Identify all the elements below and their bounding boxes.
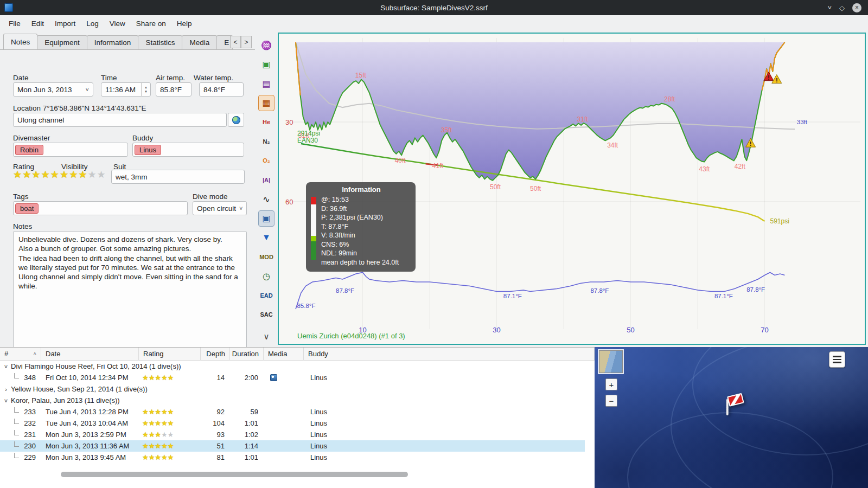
tag-chip[interactable]: boat	[15, 203, 39, 214]
svg-text:30: 30	[285, 118, 293, 126]
zoom-in-button[interactable]: +	[605, 378, 617, 390]
divemaster-input[interactable]: Robin	[13, 143, 128, 157]
heartrate-icon[interactable]: ∿	[258, 191, 275, 207]
visibility-stars[interactable]: ★★★★★	[60, 169, 106, 181]
dive-row[interactable]: 230Mon Jun 3, 2013 11:36 AM★★★★★511:14Li…	[0, 440, 585, 452]
photos-profile-icon[interactable]: ▣	[258, 56, 275, 73]
notes-label: Notes	[13, 222, 32, 230]
tab-information[interactable]: Information	[87, 35, 139, 49]
collapse-chevron-icon[interactable]: ˅	[2, 397, 10, 404]
svg-text:50: 50	[627, 326, 634, 334]
column-header-rating[interactable]: Rating	[139, 348, 201, 361]
dive-row[interactable]: 348Fri Oct 10, 2014 12:34 PM★★★★★142:00L…	[0, 372, 585, 383]
mod-toggle[interactable]: MOD	[258, 249, 275, 265]
divemode-select[interactable]: Open circuit˅	[193, 201, 247, 215]
column-header-num[interactable]: #˄	[0, 348, 41, 361]
menu-edit[interactable]: Edit	[26, 17, 49, 30]
date-combobox[interactable]: Mon Jun 3, 2013˅	[13, 82, 93, 97]
trip-row[interactable]: ˅Divi Flamingo House Reef, Fri Oct 10, 2…	[0, 361, 585, 372]
minimize-button[interactable]: ˅	[827, 4, 832, 12]
watertemp-field[interactable]: 84.8°F	[199, 82, 244, 97]
tab-scroll-right-button[interactable]: >	[241, 36, 252, 48]
menu-import[interactable]: Import	[49, 17, 81, 30]
svg-text:60: 60	[285, 198, 293, 206]
tags-label: Tags	[13, 192, 29, 201]
o2-graph-toggle[interactable]: O₂	[258, 152, 275, 169]
chevron-down-icon: ˅	[236, 205, 242, 211]
menu-help[interactable]: Help	[171, 17, 197, 30]
airtemp-field[interactable]: 85.8°F	[156, 82, 192, 97]
spinner-arrows-icon[interactable]: ▴▾	[141, 83, 150, 96]
dive-row[interactable]: 229Mon Jun 3, 2013 9:45 AM★★★★★811:01Lin…	[0, 452, 585, 463]
sac-toggle[interactable]: SAC	[258, 306, 275, 323]
ndl-tts-clock-icon[interactable]: ◷	[258, 268, 275, 284]
ead-toggle[interactable]: EAD	[258, 287, 275, 304]
tab-scroll-left-button[interactable]: <	[230, 36, 241, 48]
close-button[interactable]: ×	[852, 3, 861, 12]
column-header-depth[interactable]: Depth	[201, 348, 230, 361]
buddy-input[interactable]: Linus	[132, 143, 244, 157]
tab-notes[interactable]: Notes	[3, 34, 37, 49]
menu-file[interactable]: File	[3, 17, 26, 30]
diver-icon[interactable]: ♒	[258, 37, 275, 53]
drop-icon[interactable]: ▼	[258, 229, 275, 246]
ruler-icon[interactable]: |A|	[258, 172, 275, 188]
media-icon[interactable]	[270, 374, 277, 381]
svg-text:!: !	[768, 74, 770, 81]
location-input[interactable]: Ulong channel	[13, 113, 227, 127]
titlebar[interactable]: Subsurface: SampleDivesV2.ssrf ˅ ◇ ×	[0, 0, 868, 15]
tab-equipment[interactable]: Equipment	[37, 35, 87, 49]
zoom-out-button[interactable]: −	[605, 395, 617, 407]
dive-row[interactable]: 233Tue Jun 4, 2013 12:28 PM★★★★★9259Linu…	[0, 406, 585, 418]
column-header-media[interactable]: Media	[264, 348, 304, 361]
column-header-duration[interactable]: Duration	[230, 348, 264, 361]
svg-text:87.8°F: 87.8°F	[336, 287, 354, 294]
menu-log[interactable]: Log	[81, 17, 104, 30]
he-graph-toggle[interactable]: He	[258, 114, 275, 130]
show-photos-toggle[interactable]: ▣	[258, 210, 275, 227]
dive-row[interactable]: 232Tue Jun 4, 2013 10:04 AM★★★★★1041:01L…	[0, 418, 585, 429]
scrollbar-thumb[interactable]	[61, 472, 408, 477]
svg-text:87.8°F: 87.8°F	[590, 287, 609, 294]
collapse-chevron-icon[interactable]: ˅	[2, 363, 10, 370]
tree-branch-icon	[14, 407, 19, 413]
map-panel[interactable]: + −	[595, 347, 868, 488]
divemaster-chip[interactable]: Robin	[15, 145, 43, 155]
menu-view[interactable]: View	[104, 17, 131, 30]
notes-textarea[interactable]: Unbelievable dive. Dozens and dozens of …	[13, 231, 247, 352]
n2-graph-toggle[interactable]: N₂	[258, 133, 275, 150]
dive-row[interactable]: 231Mon Jun 3, 2013 2:59 PM★★★★★931:02Lin…	[0, 429, 585, 440]
tooltip-title: Information	[311, 185, 411, 194]
svg-text:Uemis Zurich (e04d0248) (#1 of: Uemis Zurich (e04d0248) (#1 of 3)	[297, 332, 405, 340]
rating-stars[interactable]: ★★★★★	[13, 169, 60, 181]
dc-ceiling-icon[interactable]: ▤	[258, 75, 275, 92]
window-title: Subsurface: SampleDivesV2.ssrf	[0, 4, 868, 12]
maximize-button[interactable]: ◇	[839, 4, 845, 12]
toolbar-more-chevron-icon[interactable]: ∨	[264, 332, 270, 342]
tooltip-line: D: 36.9ft	[321, 204, 411, 214]
tags-input[interactable]: boat	[13, 201, 188, 215]
map-menu-button[interactable]	[829, 351, 845, 368]
tree-branch-icon	[14, 430, 19, 435]
trip-row[interactable]: ˅Koror, Palau, Jun 2013 (11 dive(s))	[0, 395, 585, 406]
airtemp-label: Air temp.	[156, 74, 185, 82]
trip-row[interactable]: ›Yellow House, Sun Sep 21, 2014 (1 dive(…	[0, 383, 585, 395]
svg-text:15ft: 15ft	[355, 72, 367, 79]
menu-share-on[interactable]: Share on	[131, 17, 171, 30]
expand-chevron-icon[interactable]: ›	[2, 386, 10, 393]
tab-media[interactable]: Media	[182, 35, 217, 49]
dive-profile: 30601030507031ft15ft40ft41ft35ft50ft50ft…	[278, 33, 866, 345]
svg-text:!: !	[750, 140, 752, 147]
column-header-date[interactable]: Date	[41, 348, 139, 361]
overview-minimap[interactable]	[599, 350, 623, 373]
globe-button[interactable]	[228, 113, 244, 127]
suit-input[interactable]: wet, 3mm	[111, 170, 245, 184]
tab-statistics[interactable]: Statistics	[138, 35, 182, 49]
buddy-chip[interactable]: Linus	[135, 145, 161, 155]
time-spinbox[interactable]: 11:36 AM ▴▾	[101, 82, 151, 97]
column-header-buddy[interactable]: Buddy	[304, 348, 595, 361]
horizontal-scrollbar[interactable]	[0, 471, 595, 478]
calculated-ceiling-icon[interactable]: ▦	[258, 95, 275, 111]
buddy-label: Buddy	[132, 134, 153, 142]
svg-text:40ft: 40ft	[395, 157, 406, 164]
